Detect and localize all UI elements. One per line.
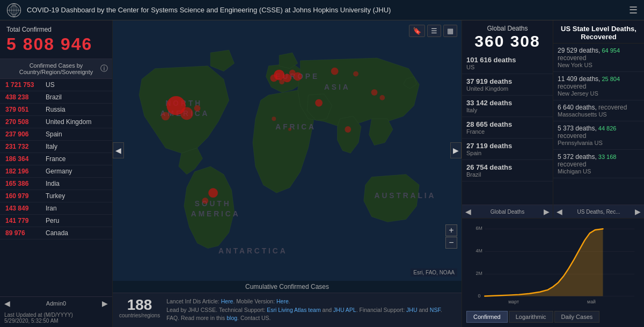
footer-line2: Lead by JHU CSSE. Technical Support: Esr… xyxy=(166,307,442,322)
country-name: France xyxy=(46,155,65,163)
map-attribution: Esri, FAO, NOAA xyxy=(411,268,457,277)
death-row[interactable]: 26 754 deathsBrazil xyxy=(462,160,553,181)
death-count: 27 119 deaths xyxy=(466,142,548,150)
death-row[interactable]: 37 919 deathsUnited Kingdom xyxy=(462,74,553,96)
country-row[interactable]: 186 364 France xyxy=(0,153,112,165)
countries-number: 188 xyxy=(127,297,152,313)
death-count: 26 754 deaths xyxy=(466,163,548,171)
left-arrow[interactable]: ◀ xyxy=(4,299,10,308)
death-row[interactable]: 28 665 deathsFrance xyxy=(462,117,553,139)
country-row[interactable]: 143 849 Iran xyxy=(0,202,112,215)
country-row[interactable]: 182 196 Germany xyxy=(0,165,112,178)
chart-container: 6M 4M 2M 0 март май xyxy=(466,223,640,309)
map-nav-left[interactable]: ◀ xyxy=(113,142,124,158)
country-row[interactable]: 1 721 753 US xyxy=(0,79,112,91)
us-state-row[interactable]: 11 409 deaths, 25 804 recoveredNew Jerse… xyxy=(553,72,644,100)
country-name: Italy xyxy=(46,143,57,150)
link-blog[interactable]: blog xyxy=(226,315,237,321)
us-recovered-label: recovered xyxy=(558,83,586,90)
admin-label: Admin0 xyxy=(46,300,66,307)
deaths-panel: Global Deaths 360 308 101 616 deathsUS37… xyxy=(462,20,553,218)
svg-text:2M: 2M xyxy=(476,271,482,277)
country-cases: 160 979 xyxy=(5,192,46,200)
map-container[interactable]: NORTH AMERICA SOUTH AMERICA AFRICA ASIA … xyxy=(113,20,462,281)
link-here1[interactable]: Here xyxy=(221,298,233,304)
tab-daily-cases[interactable]: Daily Cases xyxy=(554,311,600,323)
us-state-row[interactable]: 5 373 deaths, 44 826 recoveredPennsylvan… xyxy=(553,121,644,150)
death-count: 37 919 deaths xyxy=(466,77,548,85)
country-row[interactable]: 231 732 Italy xyxy=(0,141,112,153)
cases-header: Confirmed Cases by Country/Region/Sovere… xyxy=(0,59,112,79)
us-nav-left[interactable]: ◀ xyxy=(557,207,562,216)
link-esri[interactable]: Esri Living Atlas team xyxy=(267,307,320,313)
total-confirmed-label: Total Confirmed xyxy=(6,26,106,33)
us-deaths: 6 640 deaths, recovered xyxy=(558,104,640,111)
svg-point-30 xyxy=(345,126,351,133)
us-recovered: 44 826 xyxy=(597,125,617,132)
right-panels: Global Deaths 360 308 101 616 deathsUS37… xyxy=(462,20,644,327)
country-cases: 143 849 xyxy=(5,205,46,212)
list-btn[interactable]: ☰ xyxy=(427,25,441,37)
us-recovered: 25 804 xyxy=(600,76,620,82)
us-state-row[interactable]: 5 372 deaths, 33 168 recoveredMichigan U… xyxy=(553,150,644,178)
tab-confirmed[interactable]: Confirmed xyxy=(466,311,508,323)
country-row[interactable]: 379 051 Russia xyxy=(0,104,112,116)
grid-btn[interactable]: ▦ xyxy=(443,25,457,37)
zoom-in[interactable]: + xyxy=(445,224,457,236)
link-jhu[interactable]: JHU xyxy=(406,307,417,313)
us-state-name: New York US xyxy=(558,62,640,68)
deaths-value: 360 308 xyxy=(465,32,550,50)
deaths-list[interactable]: 101 616 deathsUS37 919 deathsUnited King… xyxy=(462,53,553,205)
header-title: COVID-19 Dashboard by the Center for Sys… xyxy=(27,6,391,14)
country-name: India xyxy=(46,180,60,187)
us-deaths: 5 373 deaths, 44 826 recovered xyxy=(558,125,640,140)
us-recovered-label: recovered xyxy=(597,104,627,111)
svg-text:AMERICA: AMERICA xyxy=(191,210,240,218)
us-footer-label: US Deaths, Rec... xyxy=(577,209,620,215)
us-state-row[interactable]: 6 640 deaths, recoveredMassachusetts US xyxy=(553,100,644,121)
tab-logarithmic[interactable]: Logarithmic xyxy=(509,311,553,323)
svg-text:AFRICA: AFRICA xyxy=(275,123,316,131)
countries-sub: countries/regions xyxy=(119,313,160,318)
death-country: United Kingdom xyxy=(466,85,548,92)
us-state-row[interactable]: 29 529 deaths, 64 954 recoveredNew York … xyxy=(553,43,644,72)
svg-point-23 xyxy=(279,79,284,84)
bookmark-btn[interactable]: 🔖 xyxy=(409,25,425,37)
country-row[interactable]: 160 979 Turkey xyxy=(0,190,112,202)
death-row[interactable]: 33 142 deathsItaly xyxy=(462,96,553,117)
link-here2[interactable]: Here xyxy=(276,298,289,304)
link-jhu-apl[interactable]: JHU APL xyxy=(333,307,356,313)
menu-icon[interactable]: ☰ xyxy=(629,4,638,16)
us-nav-right[interactable]: ▶ xyxy=(635,207,641,216)
country-cases: 379 051 xyxy=(5,106,46,113)
deaths-nav-right[interactable]: ▶ xyxy=(544,207,550,216)
zoom-out[interactable]: − xyxy=(445,237,457,249)
map-nav-right[interactable]: ▶ xyxy=(450,142,462,158)
svg-point-17 xyxy=(162,112,170,120)
death-country: Spain xyxy=(466,150,548,156)
country-row[interactable]: 165 386 India xyxy=(0,178,112,190)
country-row[interactable]: 438 238 Brazil xyxy=(0,91,112,104)
us-list[interactable]: 29 529 deaths, 64 954 recoveredNew York … xyxy=(553,43,644,205)
deaths-nav-left[interactable]: ◀ xyxy=(465,207,471,216)
us-recovered-label: recovered xyxy=(558,132,586,140)
link-nsf[interactable]: NSF xyxy=(430,307,441,313)
death-row[interactable]: 27 119 deathsSpain xyxy=(462,139,553,160)
country-row[interactable]: 141 779 Peru xyxy=(0,215,112,227)
us-state-name: Massachusetts US xyxy=(558,111,640,118)
country-row[interactable]: 270 508 United Kingdom xyxy=(0,116,112,128)
map-footer: 188 countries/regions Lancet Inf Dis Art… xyxy=(113,293,462,327)
country-list[interactable]: 1 721 753 US438 238 Brazil379 051 Russia… xyxy=(0,79,112,296)
country-cases: 89 976 xyxy=(5,229,46,237)
right-arrow[interactable]: ▶ xyxy=(102,299,108,308)
info-icon[interactable]: ⓘ xyxy=(100,64,108,74)
svg-point-31 xyxy=(371,89,378,96)
country-row[interactable]: 237 906 Spain xyxy=(0,128,112,141)
country-cases: 1 721 753 xyxy=(5,81,46,89)
country-name: Brazil xyxy=(46,93,62,101)
map-area: NORTH AMERICA SOUTH AMERICA AFRICA ASIA … xyxy=(113,20,462,293)
us-deaths: 29 529 deaths, 64 954 recovered xyxy=(558,47,640,62)
chart-tabs: Confirmed Logarithmic Daily Cases xyxy=(466,311,640,323)
death-row[interactable]: 101 616 deathsUS xyxy=(462,53,553,74)
country-row[interactable]: 89 976 Canada xyxy=(0,227,112,239)
